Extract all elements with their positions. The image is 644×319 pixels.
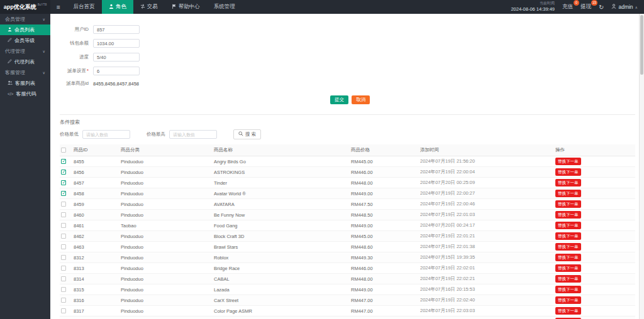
replace-next-order-button[interactable]: 替换下一单 — [555, 168, 581, 176]
replace-next-order-button[interactable]: 替换下一单 — [555, 296, 581, 304]
replace-next-order-button[interactable]: 替换下一单 — [555, 200, 581, 208]
cell-add-time: 2024年07月19日 22:01:38 — [420, 244, 555, 250]
cell-goods-name: Bridge Race — [214, 266, 351, 271]
replace-next-order-button[interactable]: 替换下一单 — [555, 158, 581, 165]
nav-item-help-center[interactable]: 帮助中心 — [165, 0, 207, 14]
row-checkbox[interactable] — [61, 170, 66, 175]
sidebar-group-member[interactable]: 会员管理 ∨ — [0, 14, 50, 24]
replace-next-order-button[interactable]: 替换下一单 — [555, 243, 581, 251]
cell-add-time: 2024年07月19日 22:00:27 — [420, 190, 555, 197]
row-checkbox[interactable] — [61, 159, 66, 164]
replace-next-order-button[interactable]: 替换下一单 — [555, 286, 581, 293]
sidebar-toggle-icon[interactable]: ≡ — [50, 0, 67, 14]
chevron-down-icon: ∨ — [43, 70, 45, 75]
replace-next-order-button[interactable]: 替换下一单 — [555, 232, 581, 240]
withdraw-link[interactable]: 提现 15 — [580, 3, 591, 11]
nav-item-roles[interactable]: 角色 — [102, 0, 133, 14]
sidebar-item-member-level[interactable]: 会员等级 — [0, 35, 50, 46]
dispatch-setting-label: 派单设置* — [60, 68, 89, 74]
cell-goods-name: Be Funny Now — [214, 212, 351, 218]
sidebar-group-service[interactable]: 客服管理 ∨ — [0, 67, 50, 78]
app-logo: app优化系统 8uYT8 — [0, 0, 50, 14]
cell-goods-category: Pinduoduo — [121, 308, 214, 314]
table-header: 商品ID 商品分类 商品名称 商品价格 添加时间 操作 — [60, 144, 635, 156]
withdraw-badge: 15 — [591, 0, 597, 6]
row-checkbox[interactable] — [61, 223, 66, 228]
progress-input[interactable] — [93, 53, 140, 62]
row-checkbox[interactable] — [61, 234, 66, 239]
cell-add-time: 2024年07月19日 22:03:03 — [420, 308, 555, 314]
row-checkbox[interactable] — [61, 244, 66, 249]
sidebar-item-service-list[interactable]: 客服列表 — [0, 78, 50, 89]
cell-add-time: 2024年07月20日 00:25:09 — [420, 180, 555, 186]
cell-goods-price: RM447.50 — [351, 202, 420, 207]
refresh-icon[interactable]: ↻ — [599, 4, 604, 11]
user-menu[interactable]: admin ∧ — [611, 4, 638, 10]
price-max-input[interactable] — [169, 130, 217, 139]
col-header-id: 商品ID — [74, 147, 121, 153]
select-all-checkbox[interactable] — [61, 148, 66, 153]
table-row: 8460PinduoduoBe Funny NowRM448.502024年07… — [60, 210, 635, 220]
row-checkbox[interactable] — [61, 287, 66, 292]
table-row: 8463PinduoduoBrawl StarsRM448.602024年07月… — [60, 242, 635, 252]
row-checkbox[interactable] — [61, 255, 66, 260]
col-header-action: 操作 — [555, 147, 635, 153]
nav-item-trade[interactable]: 交易 — [133, 0, 165, 14]
cell-add-time: 2024年07月19日 22:02:01 — [420, 265, 555, 271]
sidebar-group-agent[interactable]: 代理管理 ∨ — [0, 46, 50, 57]
table-row: 8456PinduoduoASTROKINGSRM446.002024年07月1… — [60, 167, 635, 178]
app-logo-subtext: 8uYT8 — [38, 3, 47, 6]
row-checkbox[interactable] — [61, 266, 66, 271]
chevron-down-icon: ∨ — [43, 49, 45, 53]
flag-icon — [172, 4, 177, 10]
cell-goods-price: RM449.00 — [351, 191, 420, 197]
nav-item-system[interactable]: 系统管理 — [207, 0, 242, 14]
progress-label: 进度 — [60, 54, 89, 60]
price-min-input[interactable] — [82, 130, 130, 139]
sidebar-item-agent-list[interactable]: 代理列表 — [0, 57, 50, 67]
sidebar-item-service-code[interactable]: </> 客服代码 — [0, 89, 50, 99]
user-id-input[interactable] — [93, 25, 140, 34]
row-checkbox[interactable] — [61, 212, 66, 217]
wallet-balance-input[interactable] — [93, 39, 140, 48]
replace-next-order-button[interactable]: 替换下一单 — [555, 179, 581, 187]
vertical-scrollbar[interactable] — [639, 14, 644, 319]
person-icon — [109, 4, 114, 10]
recharge-link[interactable]: 充值 0 — [562, 3, 573, 11]
row-checkbox[interactable] — [61, 180, 66, 185]
cell-goods-name: CarX Street — [214, 298, 351, 303]
dispatch-setting-input[interactable] — [93, 67, 140, 75]
wallet-balance-label: 钱包余额 — [60, 40, 89, 46]
replace-next-order-button[interactable]: 替换下一单 — [555, 254, 581, 261]
row-checkbox[interactable] — [61, 276, 66, 281]
replace-next-order-button[interactable]: 替换下一单 — [555, 275, 581, 283]
cell-goods-id: 8460 — [74, 212, 121, 218]
cancel-button[interactable]: 取消 — [352, 95, 370, 104]
cell-goods-category: Pinduoduo — [121, 255, 214, 261]
row-checkbox[interactable] — [61, 191, 66, 196]
cell-goods-id: 8457 — [74, 180, 121, 186]
nav-item-dashboard[interactable]: 后台首页 — [67, 0, 102, 14]
sidebar: 会员管理 ∨ 会员列表 会员等级 代理管理 ∨ 代理列表 客服管理 ∨ 客服列表… — [0, 14, 50, 319]
table-row: 8462PinduoduoBlock Craft 3DRM445.002024年… — [60, 231, 635, 242]
row-checkbox[interactable] — [61, 298, 66, 303]
replace-next-order-button[interactable]: 替换下一单 — [555, 190, 581, 197]
cell-goods-category: Taobao — [121, 223, 214, 229]
replace-next-order-button[interactable]: 替换下一单 — [555, 264, 581, 272]
replace-next-order-button[interactable]: 替换下一单 — [555, 211, 581, 219]
chevron-up-icon: ∧ — [635, 5, 638, 9]
col-header-time: 添加时间 — [420, 147, 555, 153]
row-checkbox[interactable] — [61, 308, 66, 313]
cell-add-time: 2024年07月19日 22:02:21 — [420, 276, 555, 282]
sidebar-item-member-list[interactable]: 会员列表 — [0, 24, 50, 35]
cell-goods-id: 8456 — [74, 170, 121, 175]
search-button[interactable]: 搜 索 — [233, 129, 261, 139]
submit-button[interactable]: 提交 — [330, 95, 348, 104]
row-checkbox[interactable] — [61, 202, 66, 207]
replace-next-order-button[interactable]: 替换下一单 — [555, 222, 581, 229]
cell-goods-category: Pinduoduo — [121, 170, 214, 175]
cell-goods-price: RM449.00 — [351, 287, 420, 293]
scrollbar-thumb[interactable] — [640, 15, 643, 75]
table-row: 8315PinduoduoLazadaRM449.002024年07月16日 2… — [60, 284, 635, 295]
replace-next-order-button[interactable]: 替换下一单 — [555, 307, 581, 315]
